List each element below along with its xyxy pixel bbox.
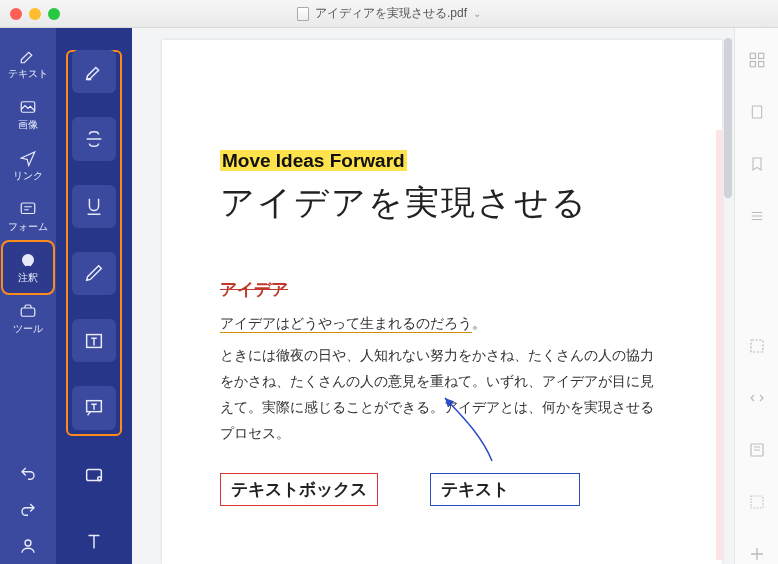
thumbnails-icon[interactable] [747,50,767,70]
underlined-sentence: アイデアはどうやって生まれるのだろう。 [220,315,664,333]
link-icon [18,148,38,168]
close-window-button[interactable] [10,8,22,20]
sidebar-item-image[interactable]: 画像 [3,89,53,140]
text-insert-tool[interactable] [72,521,116,564]
svg-rect-9 [750,53,755,58]
pencil-tool[interactable] [72,252,116,295]
page-icon[interactable] [747,102,767,122]
annotation-toolbar [56,28,132,564]
sidebar-item-annotation[interactable]: 注釈 [3,242,53,293]
svg-rect-14 [751,340,763,352]
undo-button[interactable] [3,456,53,492]
minimize-window-button[interactable] [29,8,41,20]
window-title-text: アイディアを実現させる.pdf [315,5,467,22]
highlight-tool[interactable] [72,50,116,93]
sidebar-item-label: リンク [13,171,43,181]
text-box-annotation[interactable]: テキストボックス [220,473,378,506]
pdf-file-icon [297,7,309,21]
sidebar-item-link[interactable]: リンク [3,140,53,191]
svg-rect-13 [752,106,761,118]
svg-rect-7 [87,470,102,481]
window-controls [0,8,60,20]
strikethrough-text: アイデア [220,278,288,301]
svg-rect-11 [750,62,755,67]
window-title: アイディアを実現させる.pdf ⌄ [0,5,778,22]
callout-arrow [437,396,527,476]
primary-sidebar: テキスト 画像 リンク フォーム 注釈 ツール [0,28,56,564]
user-button[interactable] [3,528,53,564]
text-annotation[interactable]: テキスト [430,473,580,506]
svg-point-4 [25,540,31,546]
svg-point-8 [98,477,102,481]
svg-rect-12 [758,62,763,67]
redo-button[interactable] [3,492,53,528]
text-callout-tool[interactable] [72,386,116,429]
image-icon [18,97,38,117]
svg-rect-16 [751,496,763,508]
annotation-icon [18,250,38,270]
vertical-scrollbar[interactable] [724,38,732,198]
area-highlight-tool[interactable] [72,454,116,497]
svg-rect-3 [21,308,35,316]
page-title-jp: アイデアを実現させる [220,180,664,226]
svg-rect-10 [758,53,763,58]
title-chevron-icon: ⌄ [473,8,481,19]
underline-tool[interactable] [72,185,116,228]
document-viewport[interactable]: Move Ideas Forward アイデアを実現させる アイデア アイデアは… [132,28,734,564]
strikethrough-tool[interactable] [72,117,116,160]
sidebar-item-label: フォーム [8,222,48,232]
text-box-tool[interactable] [72,319,116,362]
bookmark-icon[interactable] [747,154,767,174]
title-bar: アイディアを実現させる.pdf ⌄ [0,0,778,28]
add-button[interactable] [747,544,767,564]
properties-panel-icon[interactable] [747,440,767,460]
text-edit-icon [18,46,38,66]
svg-point-2 [22,254,34,266]
sidebar-item-text[interactable]: テキスト [3,38,53,89]
sidebar-item-label: ツール [13,324,43,334]
page-margin-strip [716,130,722,560]
form-icon [18,199,38,219]
crop-panel-icon[interactable] [747,492,767,512]
sidebar-item-label: 注釈 [18,273,38,283]
search-panel-icon[interactable] [747,336,767,356]
svg-rect-1 [21,203,35,214]
pdf-page: Move Ideas Forward アイデアを実現させる アイデア アイデアは… [162,40,722,564]
right-panel [734,28,778,564]
toolbar-highlight-outline [66,50,122,436]
toolbox-icon [18,301,38,321]
highlighted-heading: Move Ideas Forward [220,150,407,171]
sidebar-item-tool[interactable]: ツール [3,293,53,344]
code-panel-icon[interactable] [747,388,767,408]
sidebar-item-label: 画像 [18,120,38,130]
sidebar-item-label: テキスト [8,69,48,79]
outline-icon[interactable] [747,206,767,226]
sidebar-item-form[interactable]: フォーム [3,191,53,242]
zoom-window-button[interactable] [48,8,60,20]
